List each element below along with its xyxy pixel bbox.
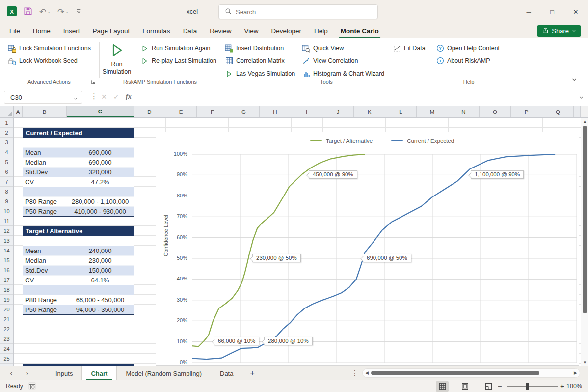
table-row[interactable]: P50 Range410,000 - 930,000 — [23, 206, 134, 216]
ribbon-tab-home[interactable]: Home — [27, 24, 57, 38]
row-header-15[interactable]: 15 — [0, 255, 13, 265]
ribbon-tab-monte-carlo[interactable]: Monte Carlo — [334, 24, 385, 38]
row-header-3[interactable]: 3 — [0, 138, 13, 147]
row-header-9[interactable]: 9 — [0, 196, 13, 206]
table-row[interactable]: P80 Range280,000 - 1,100,000 — [23, 196, 134, 206]
page-break-preview-button[interactable] — [482, 381, 495, 392]
column-header-G[interactable]: G — [228, 106, 260, 117]
row-header-24[interactable]: 24 — [0, 344, 13, 354]
search-box[interactable] — [218, 4, 378, 19]
ribbon-tab-view[interactable]: View — [238, 24, 265, 38]
page-layout-view-button[interactable] — [458, 381, 471, 392]
column-header-K[interactable]: K — [354, 106, 385, 117]
vertical-scrollbar-thumb[interactable] — [583, 126, 587, 313]
column-header-J[interactable]: J — [322, 106, 354, 117]
close-button[interactable]: ✕ — [568, 4, 583, 19]
table-row[interactable]: CV64.1% — [23, 275, 134, 285]
row-header-25[interactable]: 25 — [0, 354, 13, 364]
column-header-L[interactable]: L — [385, 106, 417, 117]
row-header-4[interactable]: 4 — [0, 147, 13, 157]
table-row[interactable] — [23, 285, 134, 295]
column-header-I[interactable]: I — [291, 106, 322, 117]
chevron-down-icon[interactable] — [73, 95, 78, 103]
histogram-chart-wizard-button[interactable]: Histogram & Chart Wizard — [302, 68, 384, 80]
view-correlation-button[interactable]: View Correlation — [302, 55, 358, 67]
zoom-out-button[interactable]: − — [498, 382, 502, 390]
ribbon-tab-file[interactable]: File — [3, 24, 27, 38]
row-header-5[interactable]: 5 — [0, 157, 13, 167]
column-header-M[interactable]: M — [417, 106, 448, 117]
row-header-11[interactable]: 11 — [0, 216, 13, 226]
sheet-tab-model-random-sampling-[interactable]: Model (Random Sampling) — [116, 366, 211, 380]
table-row[interactable] — [23, 236, 134, 246]
ribbon-tab-help[interactable]: Help — [308, 24, 334, 38]
las-vegas-simulation-button[interactable]: Las Vegas Simulation — [225, 68, 295, 80]
run-simulation-button[interactable]: Run Simulation — [101, 40, 133, 77]
table-row[interactable]: Std.Dev320,000 — [23, 167, 134, 177]
row-header-18[interactable]: 18 — [0, 285, 13, 295]
customize-quick-access-icon[interactable] — [76, 8, 82, 16]
table-row[interactable]: CV47.2% — [23, 177, 134, 187]
replay-last-simulation-button[interactable]: Re-play Last Simulation — [140, 55, 216, 67]
horizontal-scrollbar-thumb[interactable] — [371, 371, 539, 375]
save-icon[interactable] — [24, 7, 32, 17]
table-row[interactable]: P50 Range94,000 - 350,000 — [23, 305, 134, 314]
row-header-1[interactable]: 1 — [0, 118, 13, 128]
column-header-B[interactable]: B — [23, 106, 67, 117]
enter-icon[interactable]: ✓ — [113, 93, 119, 101]
table-row[interactable] — [23, 187, 134, 196]
sheet-tab-chart[interactable]: Chart — [81, 366, 116, 380]
quick-view-button[interactable]: Quick View — [302, 42, 344, 54]
column-header-A[interactable]: A — [14, 106, 23, 117]
row-header-19[interactable]: 19 — [0, 295, 13, 305]
column-header-F[interactable]: F — [197, 106, 228, 117]
column-header-H[interactable]: H — [260, 106, 291, 117]
row-header-14[interactable]: 14 — [0, 246, 13, 255]
row-header-13[interactable]: 13 — [0, 236, 13, 246]
ribbon-tab-review[interactable]: Review — [203, 24, 238, 38]
scroll-left-icon[interactable]: ◀ — [365, 370, 369, 375]
maximize-button[interactable]: □ — [545, 4, 560, 19]
row-header-12[interactable]: 12 — [0, 226, 13, 236]
insert-function-icon[interactable]: fx — [126, 93, 132, 101]
row-header-2[interactable]: 2 — [0, 128, 13, 138]
column-header-D[interactable]: D — [134, 106, 165, 117]
table-row[interactable]: Median230,000 — [23, 255, 134, 265]
confidence-chart[interactable]: Target / AlternativeCurrent / Expected C… — [156, 132, 579, 366]
vertical-scrollbar[interactable]: ▲ ▼ — [581, 118, 588, 366]
dialog-launcher-icon[interactable] — [90, 79, 96, 86]
lock-simulation-functions-button[interactable]: Lock Simulation Functions — [8, 42, 91, 54]
search-input[interactable] — [236, 8, 358, 16]
insert-distribution-button[interactable]: Insert Distribution — [225, 42, 284, 54]
share-button[interactable]: Share — [537, 25, 581, 37]
table-row[interactable]: Mean690,000 — [23, 147, 134, 157]
zoom-level[interactable]: 100% — [566, 383, 582, 390]
expand-formula-bar-icon[interactable] — [579, 94, 584, 102]
new-sheet-button[interactable]: + — [242, 366, 262, 380]
ribbon-tab-developer[interactable]: Developer — [265, 24, 308, 38]
normal-view-button[interactable] — [436, 381, 449, 392]
select-all-corner[interactable] — [0, 106, 14, 117]
sheet-tab-data[interactable]: Data — [211, 366, 242, 380]
column-header-O[interactable]: O — [480, 106, 511, 117]
row-header-8[interactable]: 8 — [0, 187, 13, 196]
name-box[interactable]: C30 — [4, 91, 82, 104]
row-header-22[interactable]: 22 — [0, 324, 13, 334]
redo-button[interactable]: ↷⌄ — [57, 8, 69, 16]
open-help-content-button[interactable]: ? Open Help Content — [436, 42, 500, 54]
lock-workbook-seed-button[interactable]: Lock Workbook Seed — [8, 55, 78, 67]
worksheet-grid[interactable]: 1234567891011121314151617181920212223242… — [0, 118, 588, 366]
ribbon-tab-insert[interactable]: Insert — [57, 24, 86, 38]
table-row[interactable] — [23, 138, 134, 147]
zoom-in-button[interactable]: + — [560, 382, 564, 390]
column-header-N[interactable]: N — [448, 106, 480, 117]
ribbon-tab-formulas[interactable]: Formulas — [136, 24, 176, 38]
fit-data-button[interactable]: Fit Data — [393, 42, 426, 54]
row-header-10[interactable]: 10 — [0, 206, 13, 216]
row-header-21[interactable]: 21 — [0, 314, 13, 324]
zoom-slider[interactable] — [507, 386, 558, 387]
row-header-7[interactable]: 7 — [0, 177, 13, 187]
formula-input[interactable] — [138, 91, 577, 104]
zoom-slider-thumb[interactable] — [526, 383, 529, 390]
table-row[interactable]: Median690,000 — [23, 157, 134, 167]
